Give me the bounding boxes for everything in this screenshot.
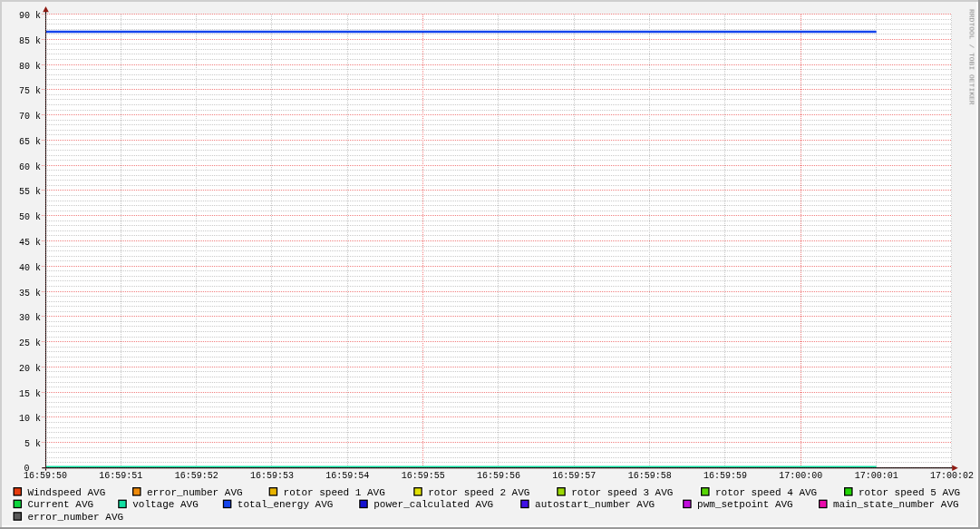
svg-text:10 k: 10 k	[19, 414, 41, 424]
svg-text:16:59:56: 16:59:56	[477, 471, 520, 481]
svg-text:17:00:01: 17:00:01	[855, 471, 898, 481]
svg-text:60 k: 60 k	[19, 162, 41, 172]
svg-text:16:59:58: 16:59:58	[628, 471, 672, 481]
svg-text:rotor speed 1 AVG: rotor speed 1 AVG	[284, 487, 385, 498]
svg-text:17:00:00: 17:00:00	[779, 471, 822, 481]
svg-text:16:59:55: 16:59:55	[402, 471, 445, 481]
svg-text:20 k: 20 k	[19, 364, 41, 374]
svg-text:RRDTOOL / TOBI OETIKER: RRDTOOL / TOBI OETIKER	[968, 9, 976, 105]
svg-text:error_number AVG: error_number AVG	[147, 487, 243, 498]
svg-text:main_state_number AVG: main_state_number AVG	[833, 499, 959, 510]
svg-text:rotor speed 3 AVG: rotor speed 3 AVG	[571, 487, 673, 498]
svg-text:90 k: 90 k	[19, 11, 41, 21]
svg-text:65 k: 65 k	[19, 137, 41, 147]
svg-text:16:59:51: 16:59:51	[99, 471, 142, 481]
svg-text:rotor speed 4 AVG: rotor speed 4 AVG	[715, 487, 817, 498]
svg-text:40 k: 40 k	[19, 263, 41, 273]
svg-text:16:59:50: 16:59:50	[24, 471, 67, 481]
svg-text:Windspeed AVG: Windspeed AVG	[28, 487, 106, 498]
svg-text:55 k: 55 k	[19, 187, 41, 197]
svg-text:16:59:54: 16:59:54	[325, 471, 369, 481]
svg-text:75 k: 75 k	[19, 86, 41, 96]
svg-text:voltage AVG: voltage AVG	[132, 499, 199, 510]
svg-text:power_calculated AVG: power_calculated AVG	[374, 499, 493, 510]
svg-text:25 k: 25 k	[19, 338, 41, 348]
svg-text:16:59:52: 16:59:52	[175, 471, 218, 481]
svg-text:total_energy AVG: total_energy AVG	[238, 499, 334, 510]
svg-text:50 k: 50 k	[19, 212, 41, 222]
svg-text:85 k: 85 k	[19, 36, 41, 46]
svg-text:16:59:59: 16:59:59	[703, 471, 747, 481]
svg-text:35 k: 35 k	[19, 289, 41, 299]
svg-text:16:59:53: 16:59:53	[250, 471, 294, 481]
svg-text:rotor speed 2 AVG: rotor speed 2 AVG	[428, 487, 529, 498]
svg-text:16:59:57: 16:59:57	[552, 471, 596, 481]
svg-text:80 k: 80 k	[19, 62, 41, 72]
svg-text:5 k: 5 k	[24, 439, 41, 449]
svg-text:45 k: 45 k	[19, 238, 41, 248]
svg-text:error_number AVG: error_number AVG	[28, 512, 124, 523]
svg-text:30 k: 30 k	[19, 313, 41, 323]
svg-text:17:00:02: 17:00:02	[930, 471, 974, 481]
svg-text:rotor speed 5 AVG: rotor speed 5 AVG	[859, 487, 960, 498]
svg-text:autostart_number AVG: autostart_number AVG	[535, 499, 655, 510]
svg-text:70 k: 70 k	[19, 112, 41, 122]
svg-text:pwm_setpoint AVG: pwm_setpoint AVG	[697, 499, 793, 510]
svg-text:Current AVG: Current AVG	[28, 499, 94, 510]
svg-text:15 k: 15 k	[19, 389, 41, 399]
